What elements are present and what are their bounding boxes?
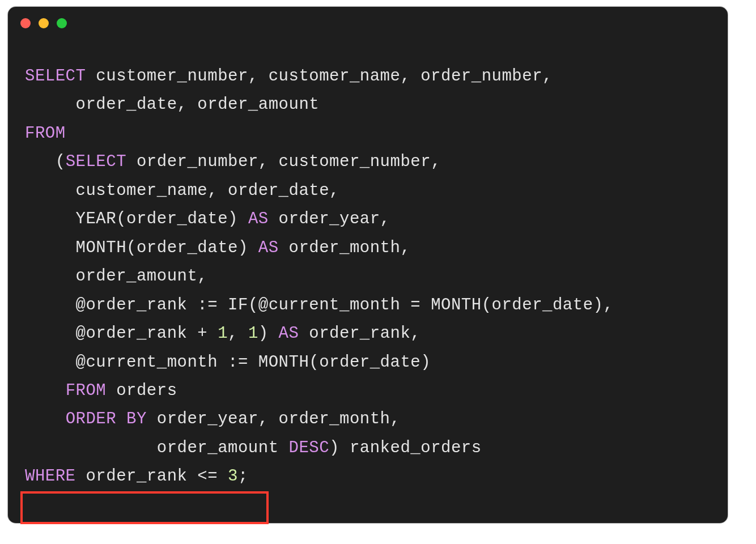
code-text: order_amount bbox=[25, 439, 288, 457]
code-text: customer_name, order_date, bbox=[25, 181, 350, 200]
code-text: customer_number, customer_name, order_nu… bbox=[86, 67, 553, 86]
code-text: order_rank, bbox=[299, 324, 421, 343]
keyword-where: WHERE bbox=[25, 467, 76, 486]
window-minimize-icon[interactable] bbox=[39, 18, 49, 28]
code-text: (@current_month = MONTH(order_date), bbox=[248, 296, 614, 314]
code-text: ) ranked_orders bbox=[329, 439, 482, 457]
code-text: order_year, order_month, bbox=[147, 410, 401, 428]
keyword-if: IF bbox=[228, 296, 248, 314]
keyword-as: AS bbox=[248, 210, 269, 228]
keyword-as: AS bbox=[258, 239, 279, 257]
code-text: order_month, bbox=[279, 239, 411, 257]
code-text: ; bbox=[238, 467, 248, 486]
code-indent bbox=[25, 410, 66, 428]
number-literal: 1 bbox=[218, 324, 228, 343]
number-literal: 3 bbox=[228, 467, 238, 486]
keyword-from: FROM bbox=[66, 381, 107, 400]
window-titlebar bbox=[8, 7, 728, 28]
window-maximize-icon[interactable] bbox=[57, 18, 67, 28]
code-indent bbox=[25, 381, 66, 400]
code-block: SELECT customer_number, customer_name, o… bbox=[8, 28, 728, 503]
code-text: @current_month := MONTH(order_date) bbox=[25, 353, 431, 372]
code-text: @order_rank + bbox=[25, 324, 218, 343]
code-text: orders bbox=[106, 381, 177, 400]
code-text: order_number, customer_number, bbox=[126, 152, 441, 171]
code-text: , bbox=[228, 324, 248, 343]
code-text: ( bbox=[25, 152, 66, 171]
code-text: ) bbox=[258, 324, 279, 343]
code-text: YEAR(order_date) bbox=[25, 210, 248, 228]
number-literal: 1 bbox=[248, 324, 258, 343]
code-text: MONTH(order_date) bbox=[25, 239, 258, 257]
keyword-as: AS bbox=[279, 324, 299, 343]
keyword-order-by: ORDER BY bbox=[66, 410, 147, 428]
code-text: @order_rank := bbox=[25, 296, 228, 314]
code-text: order_year, bbox=[269, 210, 390, 228]
keyword-select: SELECT bbox=[25, 67, 86, 86]
keyword-desc: DESC bbox=[288, 439, 329, 457]
code-text: order_rank <= bbox=[76, 467, 228, 486]
keyword-from: FROM bbox=[25, 124, 66, 143]
window-close-icon[interactable] bbox=[20, 18, 31, 28]
keyword-select: SELECT bbox=[66, 152, 126, 171]
code-text: order_amount, bbox=[25, 267, 207, 286]
code-window: SELECT customer_number, customer_name, o… bbox=[8, 7, 728, 523]
code-text: order_date, order_amount bbox=[25, 95, 319, 114]
